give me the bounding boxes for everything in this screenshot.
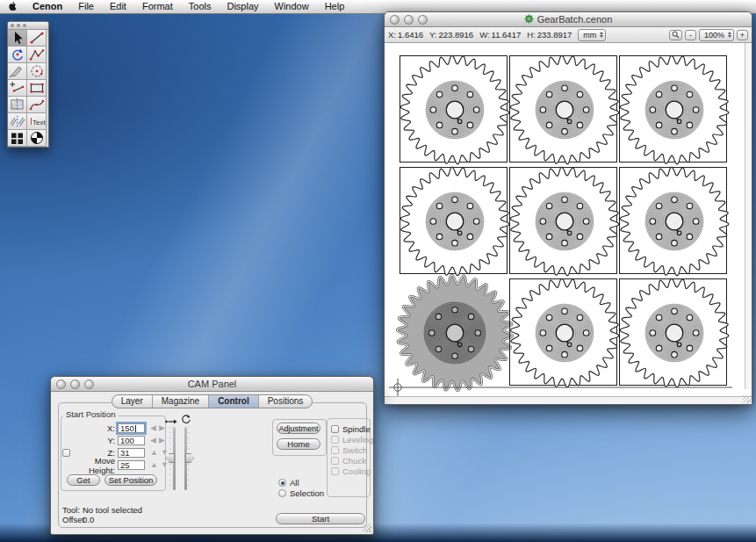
cam-panel-title: CAM Panel (188, 379, 237, 389)
switch-checkbox[interactable] (331, 425, 339, 433)
gear-drawing[interactable] (508, 165, 621, 278)
tab-layer[interactable]: Layer (112, 395, 153, 408)
unit-stepper-icon[interactable] (600, 32, 603, 38)
step-right-icon[interactable]: ▶ (159, 437, 165, 444)
step-up-icon[interactable]: ▲ (150, 461, 158, 469)
gear-cell[interactable] (619, 278, 727, 386)
window-resize-grip[interactable] (743, 395, 751, 403)
step-left-right-arrows[interactable]: ◀▶ (150, 437, 165, 444)
gear-drawing[interactable] (508, 277, 621, 389)
gear-drawing[interactable] (618, 277, 731, 389)
radio-button[interactable] (278, 489, 286, 497)
gear-drawing[interactable] (508, 54, 621, 166)
gear-drawing[interactable] (618, 165, 731, 278)
step-left-icon[interactable]: ◀ (150, 437, 156, 444)
tool-curve[interactable] (27, 97, 47, 113)
gear-cell[interactable] (509, 167, 617, 274)
palette-minimize-button[interactable] (17, 24, 20, 27)
tool-block[interactable] (8, 130, 27, 147)
tool-hatch-lines[interactable] (8, 113, 27, 130)
menu-item-format[interactable]: Format (134, 1, 181, 11)
tab-positions[interactable]: Positions (259, 395, 313, 408)
vertical-scrollbar[interactable] (745, 43, 752, 389)
position-field[interactable]: 100 (118, 436, 145, 445)
menu-item-tools[interactable]: Tools (181, 1, 220, 11)
gear-cell-selected[interactable] (400, 278, 508, 386)
tool-web[interactable] (27, 130, 47, 147)
select-arrow-icon (9, 31, 26, 45)
zoom-in-button[interactable]: + (737, 30, 748, 40)
start-button[interactable]: Start (276, 513, 365, 524)
tool-text[interactable]: Text (27, 113, 47, 130)
z-checkbox[interactable] (62, 449, 70, 457)
position-field[interactable]: 150 (118, 423, 145, 433)
tool-hatch-fill[interactable] (8, 97, 27, 113)
home-button[interactable]: Home (277, 438, 320, 450)
zoom-out-button[interactable]: - (685, 30, 696, 40)
menu-item-help[interactable]: Help (317, 1, 353, 11)
adjustment-button[interactable]: Adjustment (277, 423, 320, 434)
tool-arc[interactable] (27, 63, 47, 80)
radio-button[interactable] (278, 479, 286, 487)
step-up-icon[interactable]: ▲ (150, 449, 158, 457)
gear-cell[interactable] (619, 167, 727, 274)
tool-line: Tool: No tool selected (62, 505, 142, 515)
menu-item-cenon[interactable]: Cenon (25, 1, 70, 11)
tab-control[interactable]: Control (209, 395, 259, 408)
gear-drawing[interactable] (399, 54, 511, 166)
menu-item-edit[interactable]: Edit (102, 1, 134, 11)
step-left-right-arrows[interactable]: ◀▶ (150, 424, 165, 432)
tool-add-point[interactable] (8, 80, 27, 97)
palette-zoom-button[interactable] (23, 24, 26, 27)
cam-minimize-button[interactable] (70, 379, 80, 389)
tool-knife[interactable] (8, 63, 27, 80)
palette-close-button[interactable] (11, 24, 14, 27)
unit-select[interactable]: mm (578, 29, 606, 41)
drawing-canvas[interactable] (385, 43, 752, 397)
position-field[interactable]: 31 (118, 448, 145, 458)
gear-cell[interactable] (509, 278, 617, 386)
menu-item-display[interactable]: Display (219, 1, 266, 11)
gear-drawing[interactable] (618, 54, 731, 166)
cam-zoom-button[interactable] (84, 379, 94, 389)
gear-cell[interactable] (509, 55, 617, 163)
document-titlebar[interactable]: GearBatch.cenon (385, 12, 752, 27)
horizontal-scrollbar[interactable] (385, 396, 752, 404)
tool-rotate[interactable] (8, 47, 27, 63)
gear-drawing-selected[interactable] (395, 273, 515, 393)
magnifier-button[interactable] (669, 30, 682, 40)
feed-slider[interactable] (173, 427, 176, 490)
tool-polyline[interactable] (27, 47, 47, 63)
gear-cell[interactable] (400, 167, 508, 274)
set-position-button[interactable]: Set Position (104, 474, 157, 486)
menu-item-file[interactable]: File (70, 1, 102, 11)
zoom-button[interactable] (418, 15, 428, 25)
tool-rectangle[interactable] (27, 80, 47, 97)
close-button[interactable] (390, 15, 400, 25)
zoom-level-select[interactable]: 100% (699, 29, 734, 41)
tool-select-arrow[interactable] (8, 30, 27, 47)
speed-slider[interactable] (184, 427, 187, 490)
position-field[interactable]: 25 (118, 460, 145, 470)
step-left-icon[interactable]: ◀ (150, 424, 156, 432)
step-up-down-arrows[interactable]: ▲▼ (150, 461, 169, 469)
panel-resize-grip[interactable] (363, 524, 371, 532)
get-button[interactable]: Get (67, 474, 100, 486)
step-down-icon[interactable]: ▼ (161, 461, 169, 469)
step-down-icon[interactable]: ▼ (161, 449, 169, 457)
zoom-stepper-icon[interactable] (728, 32, 731, 38)
apple-icon[interactable] (0, 2, 25, 11)
tab-magazine[interactable]: Magazine (153, 395, 209, 408)
gear-cell[interactable] (619, 55, 727, 163)
step-up-down-arrows[interactable]: ▲▼ (150, 449, 169, 457)
gear-cell[interactable] (400, 55, 508, 163)
menu-item-window[interactable]: Window (267, 1, 317, 11)
offset-label: Offset (62, 515, 83, 524)
minimize-button[interactable] (404, 15, 414, 25)
palette-titlebar[interactable] (8, 22, 48, 30)
cam-panel-titlebar[interactable]: CAM Panel (51, 377, 373, 392)
gear-drawing[interactable] (399, 165, 511, 278)
tool-line[interactable] (27, 30, 47, 47)
cam-close-button[interactable] (56, 379, 66, 389)
step-right-icon[interactable]: ▶ (159, 424, 165, 432)
